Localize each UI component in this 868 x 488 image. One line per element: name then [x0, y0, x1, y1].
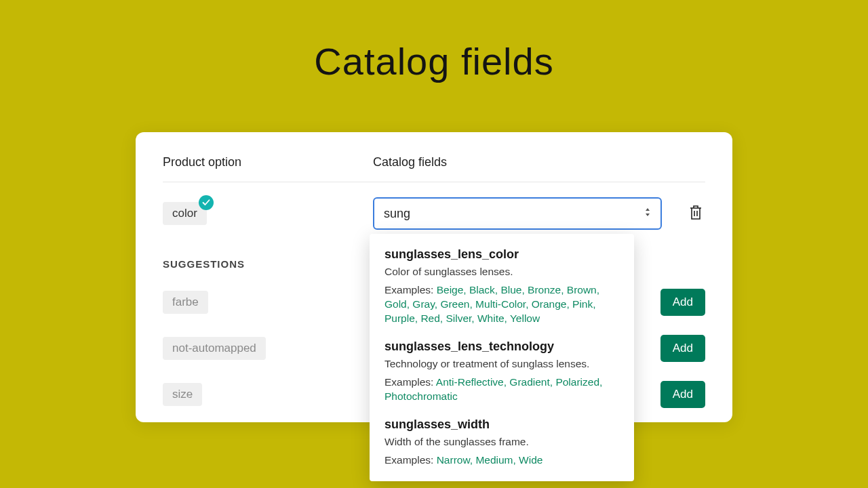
add-button[interactable]: Add — [660, 289, 705, 316]
suggestion-chip-label: size — [172, 388, 193, 401]
option-chip-color[interactable]: color — [163, 202, 207, 225]
examples-prefix: Examples: — [384, 284, 437, 296]
examples-prefix: Examples: — [384, 376, 436, 388]
dropdown-item[interactable]: sunglasses_lens_color Color of sunglasse… — [370, 247, 634, 340]
suggestion-chip-not-automapped[interactable]: not-automapped — [163, 337, 266, 360]
dropdown-item[interactable]: sunglasses_lens_technology Technology or… — [370, 340, 634, 418]
dropdown-item-title: sunglasses_lens_color — [384, 247, 619, 262]
suggestion-chip-label: not-automapped — [172, 342, 256, 355]
page-title: Catalog fields — [0, 0, 868, 83]
suggestion-chip-size[interactable]: size — [163, 383, 202, 406]
trash-icon — [688, 203, 704, 224]
option-row: color — [163, 182, 705, 230]
add-button[interactable]: Add — [660, 335, 705, 362]
dropdown-item-examples: Examples: Beige, Black, Blue, Bronze, Br… — [384, 283, 619, 326]
verified-check-icon — [199, 195, 214, 210]
header-product-option: Product option — [163, 155, 373, 169]
dropdown-item-description: Color of sunglasses lenses. — [384, 266, 619, 278]
dropdown-item-description: Technology or treatment of sunglass lens… — [384, 358, 619, 370]
add-button[interactable]: Add — [660, 381, 705, 408]
suggestion-chip-farbe[interactable]: farbe — [163, 291, 208, 314]
examples-values: Narrow, Medium, Wide — [437, 454, 543, 466]
dropdown-item-examples: Examples: Narrow, Medium, Wide — [384, 453, 619, 468]
dropdown-item-description: Width of the sunglasses frame. — [384, 436, 619, 448]
header-catalog-fields: Catalog fields — [373, 155, 705, 169]
dropdown-item-title: sunglasses_width — [384, 418, 619, 432]
dropdown-item-title: sunglasses_lens_technology — [384, 340, 619, 354]
dropdown-item[interactable]: sunglasses_width Width of the sunglasses… — [370, 418, 634, 470]
dropdown-item-examples: Examples: Anti-Reflective, Gradient, Pol… — [384, 375, 619, 404]
option-chip-label: color — [172, 207, 197, 220]
examples-prefix: Examples: — [384, 454, 437, 466]
suggestion-chip-label: farbe — [172, 296, 199, 309]
catalog-field-select[interactable] — [373, 197, 662, 230]
delete-button[interactable] — [686, 203, 705, 224]
autocomplete-dropdown: sunglasses_lens_color Color of sunglasse… — [370, 234, 634, 481]
columns-header: Product option Catalog fields — [163, 155, 705, 182]
catalog-field-input[interactable] — [373, 197, 662, 230]
